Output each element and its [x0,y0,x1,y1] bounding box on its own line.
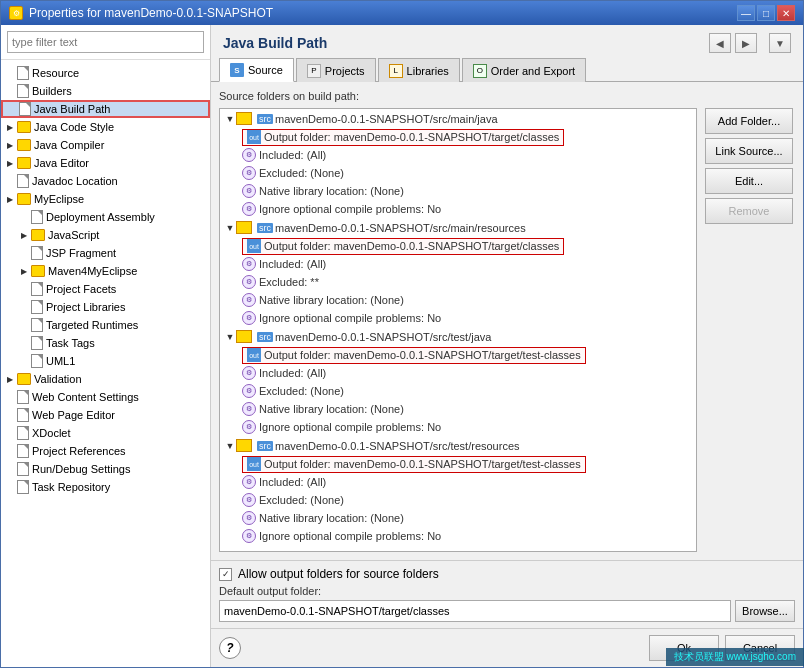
property-icon: ⚙ [242,420,256,434]
collapse-arrow-icon: ▼ [224,114,236,124]
property-icon: ⚙ [242,366,256,380]
property-label: Excluded: (None) [259,494,344,506]
property-label: Native library location: (None) [259,403,404,415]
folder-icon [31,229,45,241]
sidebar-item-label: Task Tags [46,337,95,349]
output-folder-row[interactable]: out Output folder: mavenDemo-0.0.1-SNAPS… [242,129,564,146]
tab-source[interactable]: S Source [219,58,294,82]
output-icon: out [247,348,261,362]
browse-button[interactable]: Browse... [735,600,795,622]
sidebar-item-label: MyEclipse [34,193,84,205]
folder-with-badge: src [236,330,273,343]
sidebar-item-label: Web Content Settings [32,391,139,403]
property-label: Included: (All) [259,367,326,379]
source-badge: src [257,114,273,124]
source-child-nat2: ⚙ Native library location: (None) [220,291,696,309]
property-icon: ⚙ [242,293,256,307]
sidebar-item-label: Resource [32,67,79,79]
sidebar-item-project-references[interactable]: Project References [1,442,210,460]
property-icon: ⚙ [242,384,256,398]
edit-button[interactable]: Edit... [705,168,793,194]
sidebar-item-javadoc-location[interactable]: Javadoc Location [1,172,210,190]
sidebar-item-project-facets[interactable]: Project Facets [1,280,210,298]
sidebar-item-java-compiler[interactable]: ▶Java Compiler [1,136,210,154]
sidebar-item-resource[interactable]: Resource [1,64,210,82]
app-icon: ⚙ [9,6,23,20]
property-label: Ignore optional compile problems: No [259,203,441,215]
sidebar-item-validation[interactable]: ▶Validation [1,370,210,388]
property-label: Excluded: ** [259,276,319,288]
sidebar-item-label: Targeted Runtimes [46,319,138,331]
source-badge: src [257,223,273,233]
sidebar-item-task-repository[interactable]: Task Repository [1,478,210,496]
sidebar-item-project-libraries[interactable]: Project Libraries [1,298,210,316]
sidebar-item-web-page-editor[interactable]: Web Page Editor [1,406,210,424]
allow-output-checkbox[interactable]: ✓ [219,568,232,581]
source-folder-src-test-java[interactable]: ▼ src mavenDemo-0.0.1-SNAPSHOT/src/test/… [220,327,696,346]
sidebar-item-task-tags[interactable]: Task Tags [1,334,210,352]
sidebar-item-java-editor[interactable]: ▶Java Editor [1,154,210,172]
main-content: Resource Builders Java Build Path▶Java C… [1,25,803,667]
source-child-out4: out Output folder: mavenDemo-0.0.1-SNAPS… [220,455,696,473]
page-icon [17,444,29,458]
source-folder-src-main-resources[interactable]: ▼ src mavenDemo-0.0.1-SNAPSHOT/src/main/… [220,218,696,237]
back-button[interactable]: ◀ [709,33,731,53]
sidebar-item-label: Project Facets [46,283,116,295]
filter-input[interactable] [7,31,204,53]
output-folder-row[interactable]: out Output folder: mavenDemo-0.0.1-SNAPS… [242,238,564,255]
help-button[interactable]: ? [219,637,241,659]
nav-buttons: ◀ ▶ ▼ [709,33,791,53]
sidebar-item-label: UML1 [46,355,75,367]
sidebar-item-label: Validation [34,373,82,385]
sidebar-item-targeted-runtimes[interactable]: Targeted Runtimes [1,316,210,334]
sidebar-item-java-build-path[interactable]: Java Build Path [1,100,210,118]
add-folder-button[interactable]: Add Folder... [705,108,793,134]
content-area: Source folders on build path: ▼ src mave… [211,82,803,560]
close-button[interactable]: ✕ [777,5,795,21]
sidebar-item-javascript[interactable]: ▶JavaScript [1,226,210,244]
panel-header: Java Build Path ◀ ▶ ▼ [211,25,803,57]
source-tab-icon: S [230,63,244,77]
tab-projects[interactable]: P Projects [296,58,376,82]
output-folder-row[interactable]: out Output folder: mavenDemo-0.0.1-SNAPS… [242,456,586,473]
forward-button[interactable]: ▶ [735,33,757,53]
page-icon [17,174,29,188]
maximize-button[interactable]: □ [757,5,775,21]
tab-source-label: Source [248,64,283,76]
remove-button[interactable]: Remove [705,198,793,224]
source-child-out3: out Output folder: mavenDemo-0.0.1-SNAPS… [220,346,696,364]
sidebar-item-label: JSP Fragment [46,247,116,259]
sidebar-item-jsp-fragment[interactable]: JSP Fragment [1,244,210,262]
sidebar-item-label: Project References [32,445,126,457]
sidebar-item-xdoclet[interactable]: XDoclet [1,424,210,442]
sidebar-item-web-content-settings[interactable]: Web Content Settings [1,388,210,406]
property-label: Native library location: (None) [259,512,404,524]
sidebar-item-label: Project Libraries [46,301,125,313]
tab-libraries-label: Libraries [407,65,449,77]
sidebar-item-label: Java Build Path [34,103,110,115]
sidebar-item-myeclipse[interactable]: ▶MyEclipse [1,190,210,208]
minimize-button[interactable]: — [737,5,755,21]
sidebar-item-builders[interactable]: Builders [1,82,210,100]
source-child-nat3: ⚙ Native library location: (None) [220,400,696,418]
properties-window: ⚙ Properties for mavenDemo-0.0.1-SNAPSHO… [0,0,804,668]
output-folder-row[interactable]: out Output folder: mavenDemo-0.0.1-SNAPS… [242,347,586,364]
sidebar-item-uml1[interactable]: UML1 [1,352,210,370]
sidebar-item-label: Builders [32,85,72,97]
source-folder-src-main-java[interactable]: ▼ src mavenDemo-0.0.1-SNAPSHOT/src/main/… [220,109,696,128]
sidebar-item-deployment-assembly[interactable]: Deployment Assembly [1,208,210,226]
sidebar-item-label: Java Editor [34,157,89,169]
default-output-field[interactable] [219,600,731,622]
footer-left: ? [219,637,241,659]
sidebar-item-run-debug-settings[interactable]: Run/Debug Settings [1,460,210,478]
filter-box [1,25,210,60]
order-tab-icon: O [473,64,487,78]
tab-libraries[interactable]: L Libraries [378,58,460,82]
source-folder-src-test-resources[interactable]: ▼ src mavenDemo-0.0.1-SNAPSHOT/src/test/… [220,436,696,455]
tab-order-export[interactable]: O Order and Export [462,58,586,82]
sidebar-item-maven4myeclipse[interactable]: ▶Maven4MyEclipse [1,262,210,280]
dropdown-button[interactable]: ▼ [769,33,791,53]
expand-arrow-icon: ▶ [5,158,15,168]
sidebar-item-java-code-style[interactable]: ▶Java Code Style [1,118,210,136]
link-source-button[interactable]: Link Source... [705,138,793,164]
